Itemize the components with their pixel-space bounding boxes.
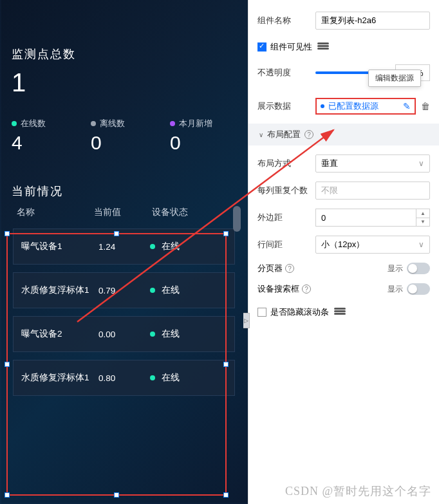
cell-value: 0.80: [98, 373, 150, 383]
cell-value: 0.00: [98, 330, 150, 339]
bullet-icon: [321, 104, 324, 108]
step-up-icon[interactable]: ▲: [416, 209, 430, 218]
edit-icon[interactable]: ✎: [403, 101, 411, 111]
stat-label: 在线数: [21, 118, 46, 129]
database-icon[interactable]: [334, 308, 346, 317]
table-row[interactable]: 曝气设备1 1.24 在线: [13, 229, 235, 265]
repeat-list[interactable]: 曝气设备1 1.24 在线 水质修复浮标体1 0.79 在线 曝气设备2 0.0…: [12, 229, 236, 396]
info-icon[interactable]: ?: [285, 264, 294, 273]
info-icon[interactable]: ?: [302, 285, 311, 294]
col-value: 当前值: [94, 207, 152, 218]
cell-status: 在线: [162, 241, 180, 252]
stat-monthly-add: 本月新增 0: [170, 118, 236, 154]
table-header: 名称 当前值 设备状态: [12, 207, 236, 221]
show-text: 显示: [388, 284, 403, 295]
per-col-input[interactable]: 不限: [315, 182, 430, 200]
chevron-down-icon: ∨: [259, 131, 263, 138]
cell-status: 在线: [162, 328, 180, 340]
layout-mode-select[interactable]: 垂直∨: [315, 154, 430, 173]
chevron-down-icon: ∨: [418, 159, 424, 168]
visibility-checkbox[interactable]: [257, 42, 266, 51]
delete-icon[interactable]: 🗑: [421, 101, 430, 111]
component-name-label: 组件名称: [257, 15, 315, 26]
row-gap-select[interactable]: 小（12px）∨: [315, 236, 430, 254]
status-dot-icon: [12, 121, 17, 126]
per-col-label: 每列重复个数: [257, 185, 315, 196]
watermark: CSDN @暂时先用这个名字: [285, 483, 431, 499]
layout-mode-label: 布局方式: [257, 158, 315, 169]
scrollbar-thumb[interactable]: [233, 206, 241, 232]
monitor-total-label: 监测点总数: [12, 46, 236, 62]
database-icon[interactable]: [317, 42, 329, 51]
panel-collapse-handle[interactable]: ▷: [243, 313, 250, 328]
row-gap-label: 行间距: [257, 239, 315, 250]
table-row[interactable]: 水质修复浮标体1 0.80 在线: [13, 360, 235, 396]
cell-name: 曝气设备2: [21, 328, 98, 340]
pager-toggle[interactable]: [407, 263, 430, 274]
cell-status: 在线: [162, 372, 180, 384]
margin-label: 外边距: [257, 212, 315, 223]
chevron-down-icon: ∨: [418, 240, 424, 249]
cell-name: 水质修复浮标体1: [21, 285, 98, 296]
cell-value: 1.24: [98, 242, 150, 252]
layout-section-header[interactable]: ∨ 布局配置 ?: [248, 124, 439, 145]
stat-label: 离线数: [100, 118, 125, 129]
status-dot-icon: [150, 244, 155, 249]
status-dot-icon: [150, 375, 155, 380]
current-status-title: 当前情况: [12, 183, 236, 199]
hide-scroll-checkbox[interactable]: [257, 308, 266, 317]
hide-scroll-label: 是否隐藏滚动条: [270, 306, 329, 318]
table-row[interactable]: 水质修复浮标体1 0.79 在线: [13, 272, 235, 308]
stat-label: 本月新增: [179, 118, 212, 129]
table-row[interactable]: 曝气设备2 0.00 在线: [13, 316, 235, 352]
cell-name: 水质修复浮标体1: [21, 372, 98, 384]
monitor-total-value: 1: [12, 68, 236, 97]
status-dot-icon: [170, 121, 175, 126]
stat-value: 0: [91, 132, 157, 154]
status-dot-icon: [150, 331, 155, 337]
info-icon[interactable]: ?: [304, 130, 313, 139]
stat-offline: 离线数 0: [91, 118, 157, 154]
margin-input[interactable]: 0 ▲▼: [315, 209, 430, 227]
stat-online: 在线数 4: [12, 118, 78, 154]
visibility-label: 组件可见性: [270, 41, 312, 53]
show-text: 显示: [388, 263, 403, 274]
cell-name: 曝气设备1: [21, 241, 98, 252]
stat-value: 0: [170, 132, 236, 154]
cell-status: 在线: [162, 285, 180, 296]
layout-section-title: 布局配置: [267, 129, 301, 140]
stat-value: 4: [12, 132, 78, 154]
dashboard-preview: 监测点总数 1 在线数 4 离线数 0 本月新增 0 当前情况 名称 当前值 设…: [0, 0, 248, 504]
display-data-label: 展示数据: [257, 100, 315, 112]
pager-label: 分页器: [257, 263, 283, 274]
opacity-label: 不透明度: [257, 67, 315, 79]
datasource-button[interactable]: 已配置数据源 ✎: [315, 98, 416, 115]
datasource-text: 已配置数据源: [328, 100, 378, 112]
stats-row: 在线数 4 离线数 0 本月新增 0: [12, 118, 236, 154]
search-label: 设备搜索框: [257, 283, 299, 295]
tooltip: 编辑数据源: [368, 70, 421, 87]
component-name-input[interactable]: 重复列表-h2a6: [315, 12, 430, 30]
step-down-icon[interactable]: ▼: [416, 218, 430, 227]
search-toggle[interactable]: [407, 283, 430, 295]
status-dot-icon: [150, 288, 155, 293]
col-name: 名称: [17, 207, 94, 218]
cell-value: 0.79: [98, 286, 150, 295]
col-status: 设备状态: [152, 207, 231, 218]
status-dot-icon: [91, 121, 96, 126]
